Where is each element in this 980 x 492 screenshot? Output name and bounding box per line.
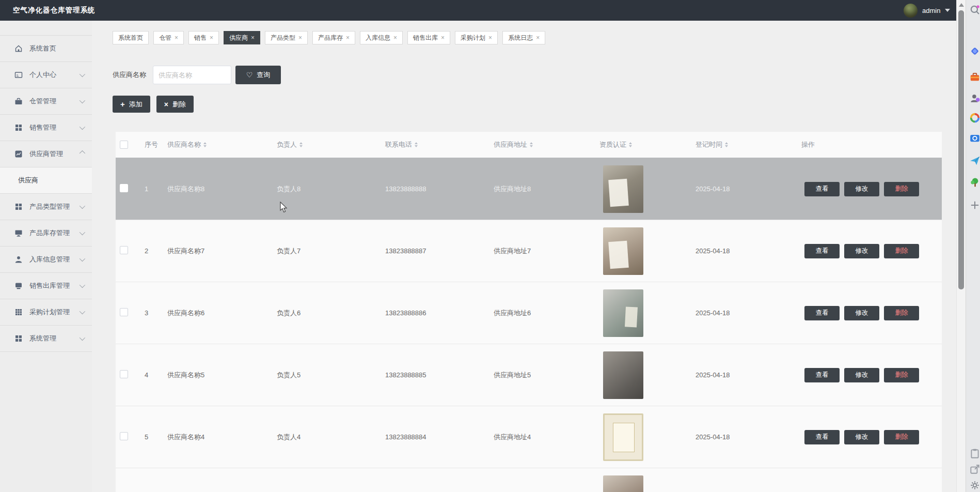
scroll-up-arrow-icon[interactable] (959, 3, 964, 7)
row-delete-button[interactable]: 删除 (884, 182, 919, 196)
sort-icon (299, 142, 303, 147)
tab-5[interactable]: 产品库存× (312, 31, 355, 44)
row-delete-button[interactable]: 删除 (884, 430, 919, 444)
certification-photo[interactable] (603, 227, 643, 275)
cell-date: 2025-04-18 (691, 309, 797, 317)
certification-photo[interactable] (603, 165, 643, 213)
search-icon[interactable] (969, 4, 980, 16)
external-link-icon[interactable] (969, 464, 980, 475)
column-header-3[interactable]: 负责人 (273, 140, 381, 149)
column-label: 联系电话 (385, 140, 412, 149)
edit-button[interactable]: 修改 (844, 430, 879, 444)
tab-close-icon[interactable]: × (441, 35, 445, 41)
edit-button[interactable]: 修改 (844, 306, 879, 320)
gear-icon[interactable] (969, 480, 980, 491)
tab-label: 销售出库 (413, 34, 438, 42)
cell-seq: 3 (140, 309, 163, 317)
view-button[interactable]: 查看 (804, 368, 840, 382)
plus-icon[interactable] (969, 199, 980, 211)
column-header-4[interactable]: 联系电话 (381, 140, 489, 149)
tab-6[interactable]: 入库信息× (360, 31, 403, 44)
sidebar-subitem[interactable]: 供应商 (0, 167, 92, 193)
sidebar-item-2[interactable]: 仓管管理 (0, 88, 92, 114)
tab-close-icon[interactable]: × (536, 35, 540, 41)
sidebar-item-0[interactable]: 系统首页 (0, 35, 92, 62)
sidebar-item-6[interactable]: 产品库存管理 (0, 220, 92, 246)
search-input[interactable] (153, 66, 231, 84)
select-all-checkbox[interactable] (120, 141, 128, 149)
tab-close-icon[interactable]: × (210, 35, 213, 41)
sidebar-item-10[interactable]: 系统管理 (0, 325, 92, 351)
clipboard-icon[interactable] (969, 448, 980, 459)
cell-date: 2025-04-18 (691, 371, 797, 379)
sidebar-item-4[interactable]: 供应商管理 (0, 141, 92, 167)
column-header-6[interactable]: 资质认证 (595, 140, 691, 149)
tab-close-icon[interactable]: × (488, 35, 492, 41)
chevron-down-icon (945, 9, 950, 12)
tab-close-icon[interactable]: × (251, 35, 255, 41)
certification-photo[interactable] (603, 351, 643, 399)
delete-button[interactable]: × 删除 (156, 96, 194, 113)
camera-icon[interactable] (969, 132, 980, 144)
view-button[interactable]: 查看 (804, 244, 840, 258)
sidebar-item-label: 仓管管理 (29, 97, 56, 106)
row-delete-button[interactable]: 删除 (884, 306, 919, 320)
tab-4[interactable]: 产品类型× (265, 31, 308, 44)
add-button[interactable]: + 添加 (113, 96, 150, 113)
column-label: 资质认证 (599, 140, 626, 149)
user-menu[interactable]: admin (904, 0, 950, 21)
sidebar-item-5[interactable]: 产品类型管理 (0, 193, 92, 220)
tab-3[interactable]: 供应商× (224, 31, 260, 44)
tab-1[interactable]: 仓管× (153, 31, 184, 44)
edit-button[interactable]: 修改 (844, 244, 879, 258)
edit-button[interactable]: 修改 (844, 182, 879, 196)
tab-close-icon[interactable]: × (393, 35, 397, 41)
row-checkbox[interactable] (120, 246, 128, 254)
row-delete-button[interactable]: 删除 (884, 368, 919, 382)
tab-label: 采购计划 (461, 34, 485, 42)
gem-icon[interactable] (969, 45, 980, 57)
certification-photo[interactable] (603, 413, 643, 461)
sidebar-item-9[interactable]: 采购计划管理 (0, 299, 92, 325)
grid-icon (14, 124, 23, 132)
row-checkbox[interactable] (120, 432, 128, 440)
sidebar-item-8[interactable]: 销售出库管理 (0, 272, 92, 299)
toolbox-icon[interactable] (969, 71, 980, 83)
column-header-7[interactable]: 登记时间 (691, 140, 797, 149)
send-icon[interactable] (969, 155, 980, 166)
table-row: 1供应商名称8负责人813823888888供应商地址82025-04-18查看… (116, 158, 942, 220)
certification-photo[interactable] (603, 475, 643, 492)
row-checkbox[interactable] (120, 184, 128, 192)
row-checkbox[interactable] (120, 308, 128, 316)
contact-icon[interactable] (969, 93, 980, 104)
scrollbar-thumb[interactable] (958, 10, 964, 289)
column-header-2[interactable]: 供应商名称 (163, 140, 273, 149)
avatar[interactable] (904, 4, 918, 18)
edit-button[interactable]: 修改 (844, 368, 879, 382)
tab-8[interactable]: 采购计划× (455, 31, 498, 44)
tree-icon[interactable] (969, 177, 980, 188)
row-checkbox[interactable] (120, 370, 128, 378)
cell-address: 供应商地址7 (489, 247, 595, 256)
certification-photo[interactable] (603, 289, 643, 337)
tab-2[interactable]: 销售× (188, 31, 219, 44)
tab-7[interactable]: 销售出库× (407, 31, 450, 44)
sidebar-item-1[interactable]: 个人中心 (0, 62, 92, 88)
view-button[interactable]: 查看 (804, 182, 840, 196)
view-button[interactable]: 查看 (804, 430, 840, 444)
cell-address: 供应商地址4 (489, 433, 595, 442)
sidebar-item-7[interactable]: 入库信息管理 (0, 246, 92, 272)
query-button[interactable]: ♡ 查询 (235, 66, 281, 84)
tab-label: 系统首页 (118, 34, 143, 42)
tab-0[interactable]: 系统首页 (113, 31, 149, 44)
tab-close-icon[interactable]: × (298, 35, 302, 41)
view-button[interactable]: 查看 (804, 306, 840, 320)
action-toolbar: + 添加 × 删除 (113, 96, 956, 113)
tab-close-icon[interactable]: × (175, 35, 178, 41)
column-header-5[interactable]: 供应商地址 (489, 140, 595, 149)
ring-icon[interactable] (969, 112, 980, 124)
sidebar-item-3[interactable]: 销售管理 (0, 114, 92, 141)
tab-close-icon[interactable]: × (346, 35, 350, 41)
row-delete-button[interactable]: 删除 (884, 244, 919, 258)
tab-9[interactable]: 系统日志× (502, 31, 545, 44)
